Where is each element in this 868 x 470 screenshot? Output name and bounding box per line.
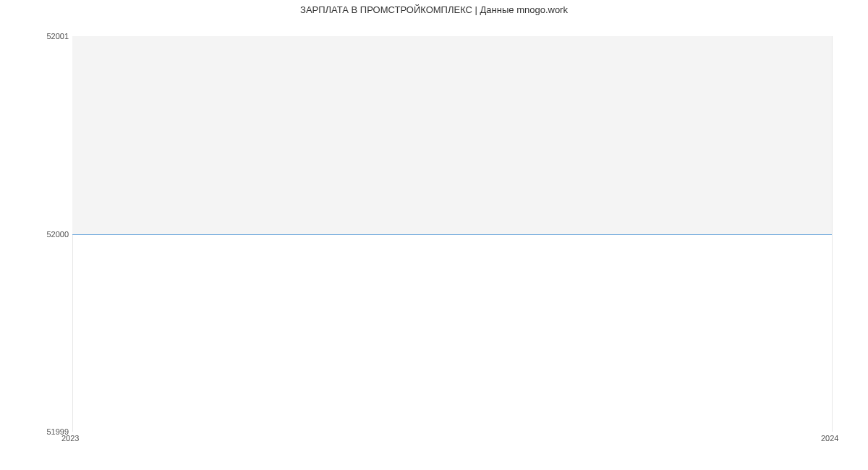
chart-title: ЗАРПЛАТА В ПРОМСТРОЙКОМПЛЕКС | Данные mn… xyxy=(0,4,868,15)
y-tick-label: 51999 xyxy=(4,427,69,436)
salary-area-chart: ЗАРПЛАТА В ПРОМСТРОЙКОМПЛЕКС | Данные mn… xyxy=(0,0,868,448)
x-tick-label: 2024 xyxy=(821,434,838,443)
y-tick-label: 52000 xyxy=(4,230,69,239)
series-line xyxy=(72,234,832,235)
y-tick-label: 52001 xyxy=(4,32,69,40)
plot-area xyxy=(72,36,833,432)
series-area-fill xyxy=(72,36,832,234)
x-tick-label: 2023 xyxy=(61,434,79,443)
